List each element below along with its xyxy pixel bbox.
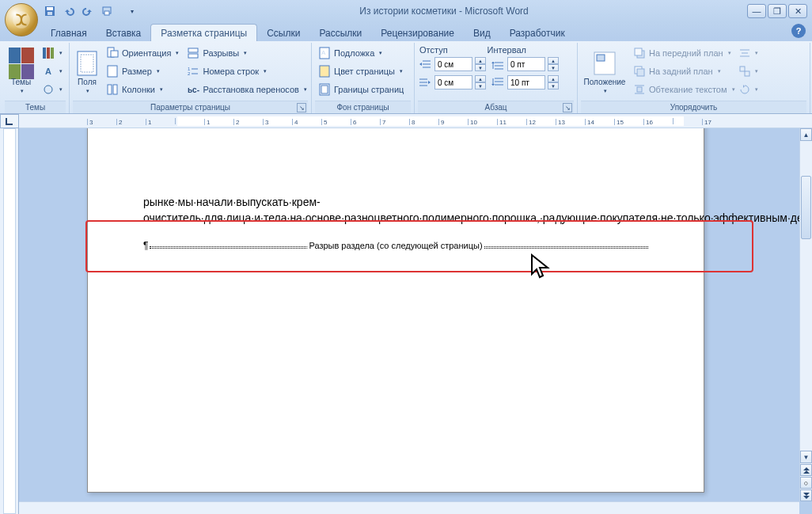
group-themes: Темы ▾ ▾ A▾ ▾ Темы bbox=[2, 43, 70, 113]
indent-left-row: ▲▼ bbox=[418, 55, 486, 73]
undo-icon[interactable] bbox=[60, 2, 78, 20]
space-after-up[interactable]: ▲ bbox=[548, 75, 559, 82]
tab-review[interactable]: Рецензирование bbox=[371, 25, 464, 41]
paragraph-launcher[interactable]: ↘ bbox=[563, 103, 572, 112]
window-controls: — ❐ ✕ bbox=[747, 4, 807, 18]
line-numbers-button[interactable]: 12Номера строк▾ bbox=[184, 63, 309, 80]
save-icon[interactable] bbox=[41, 2, 59, 20]
svg-rect-8 bbox=[51, 48, 54, 59]
svg-rect-43 bbox=[597, 55, 605, 61]
vertical-scrollbar[interactable]: ▲ ▼ ○ bbox=[799, 128, 812, 501]
space-before-icon bbox=[491, 58, 505, 70]
tab-home[interactable]: Главная bbox=[41, 25, 97, 41]
group-label-arrange: Упорядочить bbox=[581, 101, 806, 113]
prev-page-button[interactable] bbox=[800, 464, 812, 476]
maximize-button[interactable]: ❐ bbox=[768, 4, 787, 18]
tab-page-layout[interactable]: Разметка страницы bbox=[150, 24, 257, 41]
themes-button[interactable]: Темы ▾ bbox=[5, 44, 37, 101]
section-break[interactable]: ¶ Разрыв раздела (со следующей страницы) bbox=[143, 241, 648, 253]
scroll-thumb[interactable] bbox=[801, 176, 811, 239]
theme-effects-button[interactable]: ▾ bbox=[39, 81, 66, 98]
bring-front-button[interactable]: На передний план▾ bbox=[630, 44, 738, 62]
svg-rect-45 bbox=[635, 48, 642, 55]
indent-right-input[interactable] bbox=[434, 75, 472, 89]
position-icon bbox=[592, 51, 617, 76]
space-after-icon bbox=[491, 76, 505, 89]
tab-references[interactable]: Ссылки bbox=[257, 25, 309, 41]
space-after-down[interactable]: ▼ bbox=[548, 82, 559, 89]
space-before-up[interactable]: ▲ bbox=[548, 57, 559, 64]
group-arrange: Положение▾ На передний план▾ На задний п… bbox=[578, 43, 810, 113]
text-wrap-button[interactable]: Обтекание текстом▾ bbox=[630, 81, 738, 98]
size-icon bbox=[106, 65, 119, 78]
align-icon bbox=[739, 47, 750, 59]
group-button[interactable]: ▾ bbox=[740, 63, 757, 80]
indent-right-up[interactable]: ▲ bbox=[475, 75, 486, 82]
effects-icon bbox=[42, 83, 55, 96]
theme-colors-button[interactable]: ▾ bbox=[39, 44, 66, 62]
svg-rect-16 bbox=[113, 85, 117, 94]
indent-right-icon bbox=[418, 76, 432, 89]
redo-icon[interactable] bbox=[79, 2, 97, 20]
space-after-row: ▲▼ bbox=[491, 74, 559, 91]
tab-view[interactable]: Вид bbox=[464, 25, 500, 41]
next-page-button[interactable] bbox=[800, 489, 812, 501]
columns-button[interactable]: Колонки▾ bbox=[103, 81, 182, 98]
breaks-button[interactable]: Разрывы▾ bbox=[184, 44, 309, 62]
space-before-input[interactable] bbox=[507, 57, 545, 71]
space-before-down[interactable]: ▼ bbox=[548, 64, 559, 71]
size-button[interactable]: Размер▾ bbox=[103, 63, 182, 80]
svg-text:A: A bbox=[321, 49, 326, 56]
tab-insert[interactable]: Вставка bbox=[97, 25, 151, 41]
position-button[interactable]: Положение▾ bbox=[581, 44, 628, 101]
margins-button[interactable]: Поля▾ bbox=[73, 44, 101, 101]
hyphenation-button[interactable]: ьс-Расстановка переносов▾ bbox=[184, 81, 309, 98]
scroll-up-button[interactable]: ▲ bbox=[800, 128, 812, 141]
page-color-button[interactable]: Цвет страницы▾ bbox=[315, 63, 411, 80]
print-preview-icon[interactable] bbox=[98, 2, 116, 20]
close-button[interactable]: ✕ bbox=[788, 4, 807, 18]
svg-rect-3 bbox=[47, 12, 52, 15]
qat-customize-icon[interactable]: ▾ bbox=[123, 2, 141, 20]
orientation-button[interactable]: Ориентация▾ bbox=[103, 44, 182, 62]
tab-selector[interactable] bbox=[0, 114, 19, 128]
svg-rect-7 bbox=[47, 48, 50, 59]
columns-icon bbox=[106, 83, 119, 96]
page-borders-button[interactable]: Границы страниц bbox=[315, 81, 411, 98]
svg-rect-18 bbox=[188, 54, 198, 58]
indent-left-up[interactable]: ▲ bbox=[475, 57, 486, 64]
office-button[interactable] bbox=[5, 3, 38, 36]
tab-mailings[interactable]: Рассылки bbox=[309, 25, 371, 41]
horizontal-ruler[interactable]: 3211234567891011121314151617 bbox=[19, 114, 812, 128]
send-back-button[interactable]: На задний план▾ bbox=[630, 63, 738, 80]
svg-rect-47 bbox=[637, 69, 644, 76]
document-area: 3211234567891011121314151617 рынке·мы·на… bbox=[19, 114, 812, 514]
watermark-button[interactable]: AПодложка▾ bbox=[315, 44, 411, 62]
scroll-down-button[interactable]: ▼ bbox=[800, 451, 812, 463]
minimize-button[interactable]: — bbox=[747, 4, 766, 18]
rotate-button[interactable]: ▾ bbox=[740, 81, 757, 98]
space-after-input[interactable] bbox=[507, 75, 545, 89]
theme-fonts-button[interactable]: A▾ bbox=[39, 63, 66, 80]
indent-heading: Отступ bbox=[419, 45, 448, 55]
help-icon[interactable]: ? bbox=[791, 24, 806, 38]
browse-object-button[interactable]: ○ bbox=[800, 477, 812, 489]
indent-right-row: ▲▼ bbox=[418, 74, 486, 91]
page-1: рынке·мы·начали·выпускать·крем-очистител… bbox=[87, 128, 704, 493]
vertical-ruler[interactable] bbox=[3, 128, 16, 514]
svg-rect-2 bbox=[47, 7, 53, 10]
body-paragraph-1[interactable]: рынке·мы·начали·выпускать·крем-очистител… bbox=[143, 194, 648, 227]
align-button[interactable]: ▾ bbox=[740, 44, 757, 62]
rotate-icon bbox=[739, 83, 750, 96]
text-wrap-icon bbox=[633, 83, 646, 96]
indent-left-down[interactable]: ▼ bbox=[475, 64, 486, 71]
indent-right-down[interactable]: ▼ bbox=[475, 82, 486, 89]
page-setup-launcher[interactable]: ↘ bbox=[297, 103, 306, 112]
indent-left-input[interactable] bbox=[434, 57, 472, 71]
ribbon: Темы ▾ ▾ A▾ ▾ Темы Поля▾ Ориентация▾ Раз… bbox=[0, 41, 812, 114]
horizontal-scrollbar[interactable] bbox=[19, 501, 799, 514]
indent-left-icon bbox=[418, 58, 432, 70]
group-label-page-bg: Фон страницы bbox=[315, 101, 411, 113]
tab-developer[interactable]: Разработчик bbox=[500, 25, 575, 41]
document-background[interactable]: рынке·мы·начали·выпускать·крем-очистител… bbox=[19, 128, 799, 501]
